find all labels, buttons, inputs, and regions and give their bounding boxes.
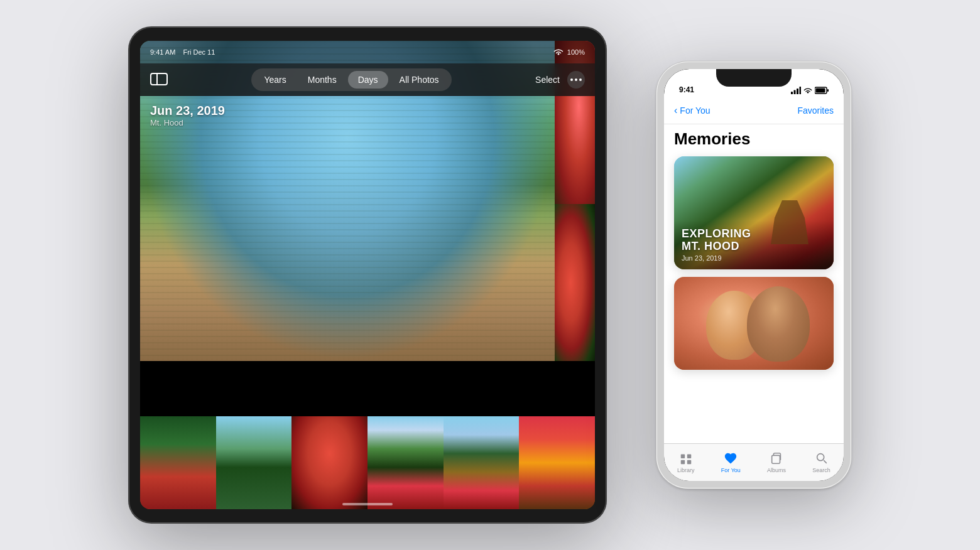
search-icon-svg: [815, 451, 829, 465]
ipad-toolbar-left: [150, 73, 168, 87]
photo-thumb-1[interactable]: [140, 416, 216, 509]
memory-card-2[interactable]: [674, 277, 834, 370]
for-you-icon: [723, 451, 738, 466]
svg-rect-11: [772, 455, 780, 463]
more-button[interactable]: [567, 71, 585, 89]
page-title: Memories: [664, 124, 844, 156]
memory-title-1: EXPLORINGMT. HOOD: [682, 228, 826, 253]
photo-thumbnails: [140, 416, 595, 509]
albums-icon: [769, 451, 784, 466]
view-tabs: Years Months Days All Photos: [251, 68, 451, 91]
svg-rect-9: [681, 460, 685, 463]
svg-rect-10: [687, 460, 691, 463]
back-label: For You: [680, 105, 710, 116]
iphone-time: 9:41: [679, 85, 694, 94]
ipad-frame: 9:41 AM Fri Dec 11 100%: [129, 27, 606, 523]
favorites-button[interactable]: Favorites: [797, 105, 834, 116]
battery-icon: [815, 87, 829, 94]
library-icon: [678, 451, 694, 466]
tab-search[interactable]: Search: [812, 447, 830, 473]
iphone-device: 9:41: [656, 62, 851, 488]
scroll-indicator: [342, 503, 393, 505]
photo-date: Jun 23, 2019: [150, 104, 225, 118]
ipad-status-icons: 100%: [553, 48, 585, 56]
tab-all-photos[interactable]: All Photos: [389, 71, 449, 89]
memory-card-2-image: [674, 277, 834, 370]
iphone-wifi-icon: [803, 87, 812, 94]
photo-thumb-5[interactable]: [444, 416, 520, 509]
photo-thumb-4[interactable]: [368, 416, 444, 509]
battery-label: 100%: [567, 48, 585, 56]
iphone-frame: 9:41: [656, 62, 851, 488]
wifi-icon: [553, 48, 564, 56]
iphone-content: Memories EXPLORINGMT. HOOD Jun 23, 2019: [664, 124, 844, 443]
memory-card-1-image: EXPLORINGMT. HOOD Jun 23, 2019: [674, 156, 834, 269]
iphone-inner: 9:41: [664, 69, 844, 481]
svg-rect-7: [681, 454, 685, 458]
select-button[interactable]: Select: [535, 75, 560, 85]
tab-library[interactable]: Library: [677, 447, 695, 473]
tab-years[interactable]: Years: [254, 71, 296, 89]
library-icon-svg: [679, 451, 693, 465]
tab-months[interactable]: Months: [298, 71, 347, 89]
svg-rect-6: [827, 89, 829, 92]
iphone-nav-bar: ‹ For You Favorites: [664, 97, 844, 124]
ipad-toolbar: Years Months Days All Photos Select: [140, 63, 595, 96]
iphone-status-icons: [791, 87, 829, 94]
photo-thumb-2[interactable]: [216, 416, 292, 509]
tab-albums[interactable]: Albums: [767, 447, 786, 473]
tab-search-label: Search: [812, 467, 830, 473]
svg-rect-0: [791, 92, 793, 94]
memory-date-1: Jun 23, 2019: [682, 254, 826, 262]
search-icon: [814, 451, 829, 466]
tab-for-you[interactable]: For You: [721, 447, 741, 473]
memory-card-1-overlay: EXPLORINGMT. HOOD Jun 23, 2019: [674, 220, 834, 269]
memory-card-1[interactable]: EXPLORINGMT. HOOD Jun 23, 2019: [674, 156, 834, 269]
tab-library-label: Library: [677, 467, 695, 473]
photo-thumb-6[interactable]: [519, 416, 595, 509]
ipad-device: 9:41 AM Fri Dec 11 100%: [129, 27, 606, 523]
svg-rect-3: [800, 87, 802, 94]
ipad-toolbar-right: Select: [535, 71, 585, 89]
sidebar-toggle-icon[interactable]: [150, 73, 168, 87]
tab-for-you-label: For You: [721, 467, 741, 473]
svg-point-12: [817, 453, 824, 460]
selfie-person-right: [747, 286, 810, 362]
iphone-screen: 9:41: [664, 69, 844, 481]
svg-rect-1: [794, 90, 796, 95]
svg-rect-2: [797, 89, 798, 94]
ipad-status-time: 9:41 AM Fri Dec 11: [150, 48, 215, 56]
albums-icon-svg: [770, 451, 783, 465]
iphone-tab-bar: Library For You: [664, 443, 844, 481]
back-button[interactable]: ‹ For You: [674, 105, 710, 116]
tab-days[interactable]: Days: [348, 71, 388, 89]
signal-icon: [791, 87, 801, 94]
tab-albums-label: Albums: [767, 467, 786, 473]
back-chevron-icon: ‹: [674, 105, 677, 116]
svg-rect-5: [816, 89, 825, 93]
scene: 9:41 AM Fri Dec 11 100%: [0, 0, 980, 550]
svg-rect-8: [687, 454, 691, 458]
photo-thumb-3[interactable]: [291, 416, 368, 509]
ipad-status-bar: 9:41 AM Fri Dec 11 100%: [140, 41, 595, 63]
date-overlay: Jun 23, 2019 Mt. Hood: [150, 104, 225, 127]
photo-woman-red[interactable]: [555, 204, 595, 361]
iphone-notch: [716, 69, 792, 87]
photo-location: Mt. Hood: [150, 118, 225, 127]
for-you-icon-svg: [724, 451, 738, 465]
ipad-screen: 9:41 AM Fri Dec 11 100%: [140, 41, 595, 509]
